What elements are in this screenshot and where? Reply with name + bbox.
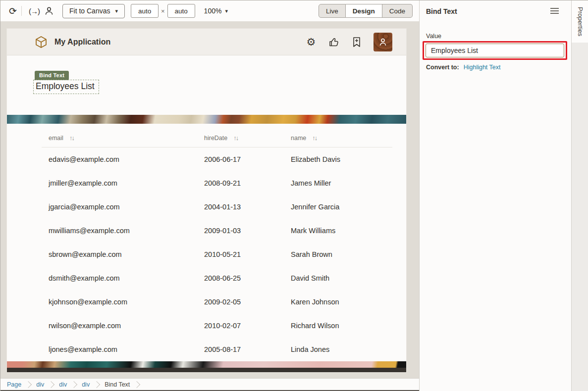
chevron-down-icon: ▾ (225, 8, 228, 14)
sort-icon[interactable]: ↑↓ (312, 134, 317, 142)
bookmark-add-icon[interactable] (351, 36, 363, 48)
thumbs-up-icon[interactable] (328, 36, 340, 48)
app-header: My Application ⚙ (7, 29, 406, 55)
table-cell: 2006-06-17 (204, 155, 291, 163)
panel-menu-icon[interactable] (550, 8, 559, 15)
designer-toolbar: ⟳ (→) Fit to Canvas ▾ × 100% ▾ LiveDesig… (0, 0, 419, 21)
table-cell: kjohnson@example.com (49, 298, 204, 306)
app-cube-icon (35, 36, 48, 49)
breadcrumb-chevron-icon (93, 381, 100, 388)
tab-properties[interactable]: Properties (572, 0, 588, 43)
table-row[interactable]: ljones@example.com2005-08-17Linda Jones (42, 338, 392, 361)
side-tab-strip: Properties (571, 0, 588, 391)
app-header-actions: ⚙ (305, 29, 392, 55)
breadcrumb-item-bind-text[interactable]: Bind Text (105, 381, 130, 388)
convert-to-label: Convert to: (426, 64, 459, 71)
table-row[interactable]: kjohnson@example.com2009-02-05Karen John… (42, 290, 392, 314)
decorative-banner-image (7, 115, 407, 124)
column-header-name[interactable]: name↑↓ (291, 134, 392, 142)
column-label: name (291, 135, 306, 142)
avatar[interactable] (374, 33, 392, 51)
page-heading: Employees List (36, 81, 95, 91)
breadcrumb-chevron-icon (25, 381, 32, 388)
toolbar-divider (21, 6, 22, 16)
table-cell: ljones@example.com (49, 345, 204, 353)
value-input[interactable] (426, 44, 564, 57)
selected-bind-text-component[interactable]: Employees List (33, 80, 99, 94)
design-canvas-area: My Application ⚙ (0, 21, 419, 378)
properties-panel-title: Bind Text (426, 7, 457, 15)
breadcrumb: PagedivdivdivBind Text (0, 378, 419, 391)
mode-switcher: LiveDesignCode (319, 4, 413, 18)
table-row[interactable]: jgarcia@example.com2004-01-13Jennifer Ga… (42, 195, 392, 219)
table-cell: dsmith@example.com (49, 274, 204, 282)
properties-tab-label: Properties (577, 7, 584, 43)
audit-code-icon[interactable]: (→) (26, 7, 43, 15)
gear-icon[interactable]: ⚙ (305, 36, 317, 48)
breadcrumb-chevron-icon (48, 381, 54, 388)
table-cell: 2008-09-21 (204, 179, 291, 187)
convert-to-row: Convert to: Highlight Text (426, 64, 500, 71)
column-header-email[interactable]: email↑↓ (49, 134, 204, 142)
decorative-footer-image (7, 361, 407, 368)
column-label: hireDate (204, 135, 227, 142)
fit-to-canvas-label: Fit to Canvas (69, 7, 110, 15)
breadcrumb-item-div[interactable]: div (36, 381, 44, 388)
visual-builder-window: ⟳ (→) Fit to Canvas ▾ × 100% ▾ LiveDesig… (0, 0, 588, 391)
table-row[interactable]: sbrown@example.com2010-05-21Sarah Brown (42, 243, 392, 266)
chevron-down-icon: ▾ (115, 8, 118, 14)
table-cell: David Smith (291, 274, 392, 282)
table-body: edavis@example.com2006-06-17Elizabeth Da… (42, 147, 392, 361)
table-cell: rwilson@example.com (49, 322, 204, 330)
mode-button-code[interactable]: Code (382, 4, 413, 18)
table-row[interactable]: edavis@example.com2006-06-17Elizabeth Da… (42, 147, 392, 171)
table-cell: mwilliams@example.com (49, 227, 204, 235)
mode-button-live[interactable]: Live (319, 4, 346, 18)
breadcrumb-item-page[interactable]: Page (7, 381, 21, 388)
table-cell: Mark Williams (291, 227, 392, 235)
table-cell: Jennifer Garcia (291, 203, 392, 211)
table-cell: 2010-05-21 (204, 250, 291, 258)
dimension-times-separator: × (161, 7, 165, 15)
table-row[interactable]: dsmith@example.com2008-06-25David Smith (42, 266, 392, 290)
canvas-width-input[interactable] (131, 4, 159, 18)
table-cell: 2005-08-17 (204, 345, 291, 353)
mode-button-design[interactable]: Design (346, 4, 382, 18)
breadcrumb-item-div[interactable]: div (59, 381, 67, 388)
breadcrumb-chevron-icon (133, 381, 140, 388)
table-cell: 2010-02-07 (204, 322, 291, 330)
sort-icon[interactable]: ↑↓ (233, 134, 238, 142)
table-cell: 2009-01-03 (204, 227, 291, 235)
user-preview-icon[interactable] (43, 4, 55, 17)
table-cell: 2008-06-25 (204, 274, 291, 282)
column-header-hireDate[interactable]: hireDate↑↓ (204, 134, 291, 142)
table-row[interactable]: jmiller@example.com2008-09-21James Mille… (42, 171, 392, 195)
table-row[interactable]: rwilson@example.com2010-02-07Richard Wil… (42, 314, 392, 338)
table-cell: Richard Wilson (291, 322, 392, 330)
canvas-height-input[interactable] (167, 4, 195, 18)
app-title: My Application (54, 38, 110, 47)
zoom-level-dropdown[interactable]: 100% ▾ (204, 7, 228, 15)
zoom-level-value: 100% (204, 7, 222, 15)
footer-dark-bar (7, 368, 407, 373)
table-row[interactable]: mwilliams@example.com2009-01-03Mark Will… (42, 219, 392, 243)
table-cell: Linda Jones (291, 345, 392, 353)
fit-to-canvas-dropdown[interactable]: Fit to Canvas ▾ (62, 4, 125, 18)
properties-panel: Bind Text Value Convert to: Highlight Te… (419, 0, 571, 391)
table-cell: 2009-02-05 (204, 298, 291, 306)
sort-icon[interactable]: ↑↓ (69, 134, 74, 142)
column-label: email (49, 135, 63, 142)
table-cell: jmiller@example.com (49, 179, 204, 187)
table-cell: Karen Johnson (291, 298, 392, 306)
value-field-label: Value (426, 33, 441, 40)
table-cell: 2004-01-13 (204, 203, 291, 211)
table-cell: jgarcia@example.com (49, 203, 204, 211)
page-preview-frame: My Application ⚙ (6, 28, 407, 373)
breadcrumb-item-div[interactable]: div (82, 381, 90, 388)
convert-highlight-text-link[interactable]: Highlight Text (464, 64, 501, 71)
table-cell: James Miller (291, 179, 392, 187)
breadcrumb-chevron-icon (70, 381, 77, 388)
table-cell: edavis@example.com (49, 155, 204, 163)
table-cell: sbrown@example.com (49, 250, 204, 258)
refresh-icon[interactable]: ⟳ (6, 4, 19, 17)
